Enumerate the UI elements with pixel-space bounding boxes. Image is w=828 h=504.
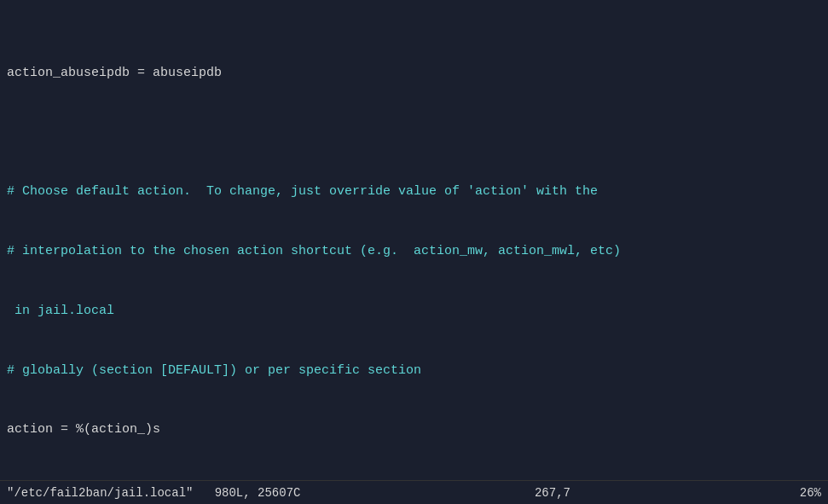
status-position-group: 267,7 26%: [535, 486, 821, 500]
line-7: action = %(action_)s: [7, 420, 821, 439]
line-2: [7, 123, 821, 142]
status-filename: "/etc/fail2ban/jail.local" 980L, 25607C: [7, 486, 300, 500]
editor: action_abuseipdb = abuseipdb # Choose de…: [0, 0, 828, 504]
content-area[interactable]: action_abuseipdb = abuseipdb # Choose de…: [0, 0, 828, 480]
line-3: # Choose default action. To change, just…: [7, 182, 821, 201]
status-percent: 26%: [800, 486, 821, 500]
line-5: in jail.local: [7, 301, 821, 321]
line-4: # interpolation to the chosen action sho…: [7, 241, 821, 261]
status-bar: "/etc/fail2ban/jail.local" 980L, 25607C …: [0, 480, 828, 504]
status-fileinfo: 980L, 25607C: [215, 486, 301, 500]
code-content: action_abuseipdb = abuseipdb # Choose de…: [0, 0, 828, 480]
line-1: action_abuseipdb = abuseipdb: [7, 63, 821, 83]
status-position: 267,7: [535, 486, 570, 500]
line-6: # globally (section [DEFAULT]) or per sp…: [7, 361, 821, 380]
status-filename-text: "/etc/fail2ban/jail.local": [7, 486, 193, 500]
